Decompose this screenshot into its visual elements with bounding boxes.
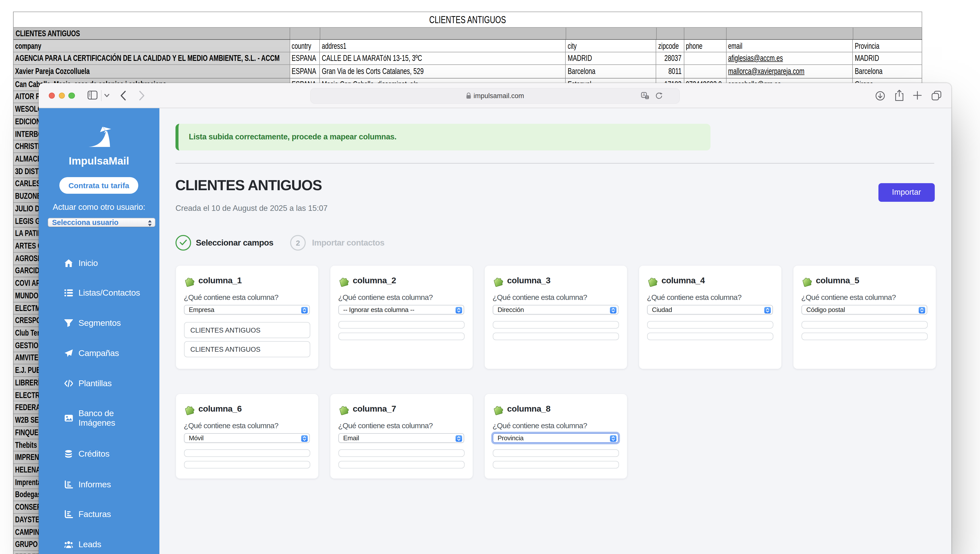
svg-text:A: A xyxy=(643,93,645,97)
svg-text:文: 文 xyxy=(645,95,649,99)
